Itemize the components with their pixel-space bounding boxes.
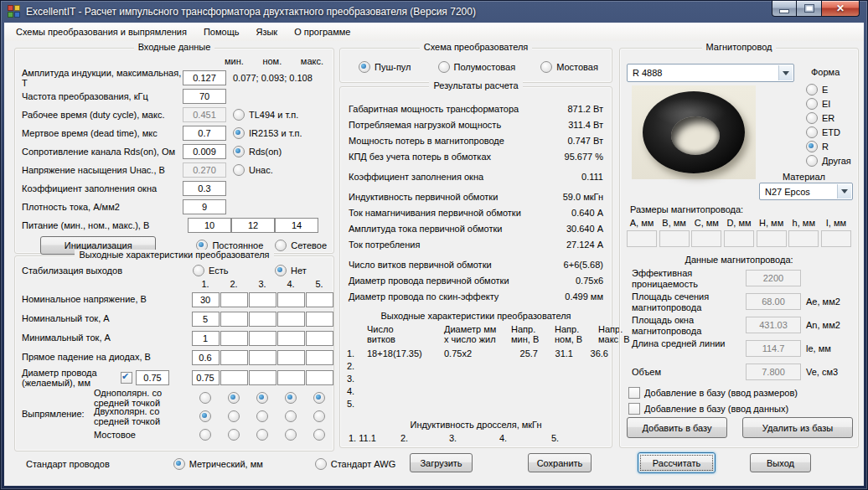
current-input-3[interactable] <box>249 312 276 327</box>
wire-diameter-input-2[interactable] <box>220 370 248 385</box>
current-input-4[interactable] <box>277 312 305 327</box>
voltage-input-1[interactable] <box>192 292 220 307</box>
rect-bipolar-radio-5[interactable] <box>313 410 325 422</box>
supply-max-input[interactable] <box>275 218 318 233</box>
dim-a-input[interactable] <box>627 230 657 247</box>
wire-diameter-checkbox[interactable] <box>121 372 132 384</box>
load-button[interactable]: Загрузить <box>410 453 473 472</box>
result-row: Число витков первичной обмотки6+6(5.68) <box>340 256 612 272</box>
shape-other-radio[interactable] <box>806 155 818 167</box>
frequency-input[interactable] <box>183 89 226 104</box>
wire-diameter-input-3[interactable] <box>249 370 276 385</box>
menu-item-language[interactable]: Язык <box>247 23 286 41</box>
dc-supply-radio[interactable] <box>196 240 208 251</box>
rect-bipolar-radio-3[interactable] <box>256 410 268 422</box>
min-current-input-5[interactable] <box>306 331 333 346</box>
diode-drop-input-1[interactable] <box>192 350 220 365</box>
metric-radio[interactable] <box>173 458 185 470</box>
induction-input[interactable] <box>183 70 226 85</box>
supply-nom-input[interactable] <box>231 218 275 233</box>
core-select[interactable]: R 4888 <box>627 64 794 82</box>
fill-factor-input[interactable] <box>183 181 226 196</box>
material-select[interactable]: N27 Epcos <box>759 183 853 200</box>
rect-bridge-radio-3[interactable] <box>256 429 268 441</box>
tl494-radio[interactable] <box>233 109 245 121</box>
close-button[interactable]: ✕ <box>821 1 860 17</box>
voltage-input-5[interactable] <box>306 292 333 307</box>
rect-unipolar-radio-5[interactable] <box>313 392 325 404</box>
shape-r-radio[interactable] <box>806 141 818 152</box>
dim-h-input[interactable] <box>757 230 787 247</box>
rds-input[interactable] <box>183 144 226 159</box>
dim-d-input[interactable] <box>724 230 754 247</box>
dead-time-input[interactable] <box>183 126 226 141</box>
title-bar[interactable]: ExcellentIT - Расчет импульсного трансфо… <box>1 1 867 23</box>
stab-yes-radio[interactable] <box>193 265 204 276</box>
window-area-unit: An, мм2 <box>806 320 840 330</box>
rds-radio[interactable] <box>233 146 245 157</box>
add-db-dims-checkbox[interactable] <box>628 387 640 399</box>
min-current-input-1[interactable] <box>192 331 220 346</box>
shape-e-radio[interactable] <box>806 84 818 95</box>
awg-radio[interactable] <box>315 458 327 470</box>
rect-unipolar-radio-3[interactable] <box>256 392 268 404</box>
rect-bridge-radio-1[interactable] <box>199 429 211 441</box>
min-current-input-2[interactable] <box>220 331 248 346</box>
minimize-button[interactable] <box>772 1 797 17</box>
current-input-5[interactable] <box>306 312 333 327</box>
rect-bridge-radio-4[interactable] <box>285 429 297 441</box>
dim-i-input[interactable] <box>821 230 851 247</box>
rect-bridge-radio-2[interactable] <box>228 429 240 441</box>
bridge-radio[interactable] <box>540 61 552 73</box>
menu-item-schemes[interactable]: Схемы преобразования и выпрямления <box>8 23 195 41</box>
exit-button[interactable]: Выход <box>750 453 811 472</box>
rect-unipolar-radio-1[interactable] <box>199 392 211 404</box>
diode-drop-label: Прямое падение на диодах, В <box>22 353 191 362</box>
calculate-button[interactable]: Рассчитать <box>638 452 716 473</box>
ir2153-radio[interactable] <box>233 127 245 139</box>
add-db-data-checkbox[interactable] <box>628 403 640 415</box>
remove-from-db-button[interactable]: Удалить из базы <box>742 417 853 438</box>
pushpull-radio[interactable] <box>359 61 370 73</box>
current-input-2[interactable] <box>220 312 248 327</box>
wire-diameter-input-1[interactable] <box>192 370 220 385</box>
voltage-input-2[interactable] <box>220 292 248 307</box>
save-button[interactable]: Сохранить <box>528 453 592 472</box>
wire-diameter-input-4[interactable] <box>277 370 305 385</box>
wire-diameter-input-5[interactable] <box>306 370 333 385</box>
add-to-db-button[interactable]: Добавить в базу <box>627 417 727 438</box>
rect-bipolar-radio-1[interactable] <box>199 410 211 422</box>
shape-er-radio[interactable] <box>806 112 818 124</box>
dim-b-input[interactable] <box>659 230 690 247</box>
rect-bipolar-radio-2[interactable] <box>228 410 240 422</box>
voltage-input-3[interactable] <box>249 292 276 307</box>
shape-etd-radio[interactable] <box>806 126 818 138</box>
shape-ei-label: EI <box>822 99 830 109</box>
desired-diameter-input[interactable] <box>136 370 169 385</box>
rect-unipolar-radio-2[interactable] <box>228 392 240 404</box>
usat-radio[interactable] <box>233 164 245 176</box>
initialize-button[interactable]: Инициализация <box>40 236 156 255</box>
shape-ei-radio[interactable] <box>806 98 818 110</box>
diode-drop-input-4[interactable] <box>277 350 305 365</box>
halfbridge-radio[interactable] <box>438 61 450 73</box>
ac-supply-radio[interactable] <box>275 240 287 251</box>
stab-no-radio[interactable] <box>275 265 287 276</box>
min-current-input-3[interactable] <box>249 331 276 346</box>
dim-h2-input[interactable] <box>788 230 819 247</box>
diode-drop-input-2[interactable] <box>220 350 248 365</box>
menu-item-help[interactable]: Помощь <box>195 23 248 41</box>
menu-item-about[interactable]: О программе <box>286 23 359 41</box>
dim-c-input[interactable] <box>691 230 721 247</box>
voltage-input-4[interactable] <box>277 292 305 307</box>
diode-drop-input-5[interactable] <box>306 350 333 365</box>
supply-min-input[interactable] <box>188 218 231 233</box>
diode-drop-input-3[interactable] <box>249 350 276 365</box>
rect-bipolar-radio-4[interactable] <box>285 410 297 422</box>
maximize-button[interactable] <box>797 1 821 17</box>
rect-unipolar-radio-4[interactable] <box>285 392 297 404</box>
min-current-input-4[interactable] <box>277 331 305 346</box>
current-density-input[interactable] <box>183 199 226 214</box>
rect-bridge-radio-5[interactable] <box>313 429 325 441</box>
current-input-1[interactable] <box>192 312 220 327</box>
